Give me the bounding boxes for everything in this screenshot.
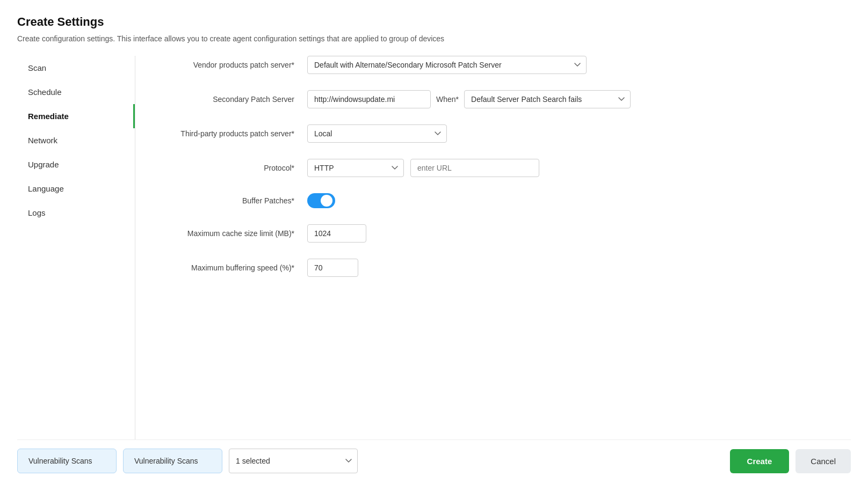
cancel-button[interactable]: Cancel bbox=[795, 449, 851, 473]
vuln-tag-1[interactable]: Vulnerability Scans bbox=[17, 449, 117, 473]
buffer-toggle[interactable] bbox=[307, 193, 335, 208]
third-party-select[interactable]: Local HTTP HTTPS FTP bbox=[307, 124, 447, 143]
vendor-row: Vendor products patch server* Default wi… bbox=[157, 56, 829, 74]
speed-input[interactable] bbox=[307, 259, 358, 277]
secondary-row: Secondary Patch Server When* Default Ser… bbox=[157, 90, 829, 108]
protocol-control: HTTP HTTPS FTP bbox=[307, 159, 683, 177]
vuln-selected-dropdown[interactable]: 1 selected bbox=[229, 449, 358, 473]
cache-row: Maximum cache size limit (MB)* bbox=[157, 224, 829, 243]
cache-input[interactable] bbox=[307, 224, 366, 243]
sidebar-item-scan[interactable]: Scan bbox=[17, 56, 135, 80]
secondary-url-input[interactable] bbox=[307, 90, 431, 108]
page-subtitle: Create configuration settings. This inte… bbox=[17, 34, 851, 43]
buffer-label: Buffer Patches* bbox=[157, 196, 307, 205]
toggle-slider bbox=[307, 193, 335, 208]
url-input[interactable] bbox=[410, 159, 539, 177]
sidebar-item-upgrade[interactable]: Upgrade bbox=[17, 152, 135, 177]
sidebar-item-schedule[interactable]: Schedule bbox=[17, 80, 135, 104]
bottom-bar: Vulnerability Scans Vulnerability Scans … bbox=[17, 439, 851, 473]
secondary-control: When* Default Server Patch Search fails … bbox=[307, 90, 683, 108]
when-select[interactable]: Default Server Patch Search fails Always… bbox=[464, 90, 631, 108]
create-button[interactable]: Create bbox=[730, 449, 790, 473]
speed-row: Maximum buffering speed (%)* bbox=[157, 259, 829, 277]
speed-label: Maximum buffering speed (%)* bbox=[157, 263, 307, 272]
third-party-label: Third-party products patch server* bbox=[157, 129, 307, 138]
page-title: Create Settings bbox=[17, 15, 851, 29]
vendor-label: Vendor products patch server* bbox=[157, 61, 307, 69]
vendor-control: Default with Alternate/Secondary Microso… bbox=[307, 56, 683, 74]
cache-control bbox=[307, 224, 683, 243]
when-label: When* bbox=[436, 95, 459, 104]
sidebar: Scan Schedule Remediate Network Upgrade … bbox=[17, 56, 135, 439]
sidebar-item-logs[interactable]: Logs bbox=[17, 201, 135, 225]
vuln-tag-2[interactable]: Vulnerability Scans bbox=[123, 449, 222, 473]
secondary-label: Secondary Patch Server bbox=[157, 95, 307, 104]
form-area: Vendor products patch server* Default wi… bbox=[135, 56, 851, 439]
cache-label: Maximum cache size limit (MB)* bbox=[157, 229, 307, 238]
protocol-row: Protocol* HTTP HTTPS FTP bbox=[157, 159, 829, 177]
third-party-row: Third-party products patch server* Local… bbox=[157, 124, 829, 143]
protocol-select[interactable]: HTTP HTTPS FTP bbox=[307, 159, 404, 177]
sidebar-item-remediate[interactable]: Remediate bbox=[17, 104, 135, 128]
buffer-control bbox=[307, 193, 683, 208]
sidebar-item-language[interactable]: Language bbox=[17, 177, 135, 201]
sidebar-item-network[interactable]: Network bbox=[17, 128, 135, 152]
speed-control bbox=[307, 259, 683, 277]
third-party-control: Local HTTP HTTPS FTP bbox=[307, 124, 683, 143]
buffer-row: Buffer Patches* bbox=[157, 193, 829, 208]
protocol-label: Protocol* bbox=[157, 164, 307, 172]
vendor-select[interactable]: Default with Alternate/Secondary Microso… bbox=[307, 56, 587, 74]
